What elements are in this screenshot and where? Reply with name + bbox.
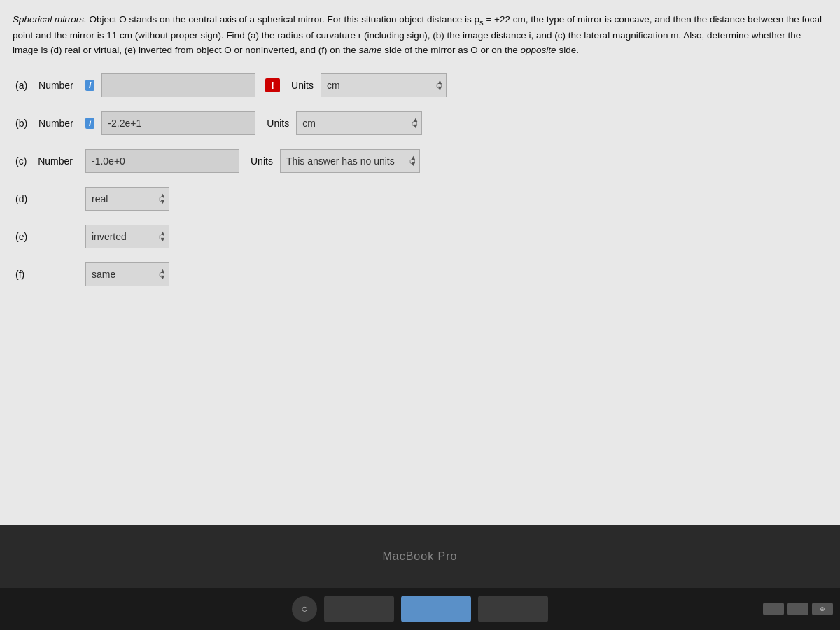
units-select-wrapper-a: cm m mm ▲▼ <box>321 74 447 97</box>
row-c-label: (c) Number <box>15 155 78 167</box>
info-badge-b[interactable]: i <box>85 118 94 129</box>
units-select-wrapper-c: This answer has no units cm m ▲▼ <box>280 149 420 173</box>
corner-badge-3: ⊕ <box>812 603 833 615</box>
taskbar-center: ○ <box>292 596 548 622</box>
search-icon[interactable]: ○ <box>292 596 317 622</box>
row-b: (b) Number i Units cm m mm ▲▼ <box>15 111 823 135</box>
row-a-label: (a) Number <box>15 80 78 91</box>
dropdown-e[interactable]: inverted noninverted <box>85 225 169 248</box>
corner-badge-2 <box>788 603 808 615</box>
dropdown-wrapper-d: real virtual ▲▼ <box>85 187 169 211</box>
part-c-word: Number <box>38 155 73 167</box>
row-e-label: (e) <box>15 231 78 242</box>
part-a-letter: (a) <box>15 80 27 91</box>
part-b-letter: (b) <box>15 118 27 129</box>
part-d-letter: (d) <box>15 193 27 204</box>
row-b-label: (b) Number <box>15 118 78 129</box>
row-d: (d) real virtual ▲▼ <box>15 187 823 211</box>
problem-text: Spherical mirrors. Object O stands on th… <box>13 13 823 58</box>
taskbar-item-3[interactable] <box>478 596 548 622</box>
info-badge-a[interactable]: i <box>85 80 94 91</box>
macbook-footer: MacBook Pro <box>0 525 840 588</box>
units-select-b[interactable]: cm m mm <box>296 111 422 135</box>
units-label-a: Units <box>291 80 314 91</box>
row-c: (c) Number Units This answer has no unit… <box>15 149 823 173</box>
alert-badge-a: ! <box>265 78 280 92</box>
units-select-a[interactable]: cm m mm <box>321 74 447 97</box>
taskbar: ○ ⊕ <box>0 588 840 630</box>
part-c-letter: (c) <box>15 155 27 167</box>
part-f-letter: (f) <box>15 269 24 280</box>
row-a: (a) Number i ! Units cm m mm ▲▼ <box>15 74 823 97</box>
dropdown-d[interactable]: real virtual <box>85 187 169 211</box>
taskbar-item-2[interactable] <box>401 596 471 622</box>
row-d-label: (d) <box>15 193 78 204</box>
units-select-wrapper-b: cm m mm ▲▼ <box>296 111 422 135</box>
dropdown-wrapper-e: inverted noninverted ▲▼ <box>85 225 169 248</box>
row-f-label: (f) <box>15 269 78 280</box>
macbook-label: MacBook Pro <box>382 550 457 563</box>
row-e: (e) inverted noninverted ▲▼ <box>15 225 823 248</box>
units-label-b: Units <box>267 118 289 129</box>
dropdown-wrapper-f: same opposite ▲▼ <box>85 262 169 286</box>
taskbar-item-1[interactable] <box>324 596 394 622</box>
part-a-word: Number <box>38 80 74 91</box>
number-input-c[interactable] <box>85 149 239 173</box>
number-input-b[interactable] <box>102 111 255 135</box>
rows-container: (a) Number i ! Units cm m mm ▲▼ (b) <box>13 74 823 286</box>
dropdown-f[interactable]: same opposite <box>85 262 169 286</box>
taskbar-corner: ⊕ <box>763 603 833 615</box>
units-label-c: Units <box>251 155 273 167</box>
number-input-a[interactable] <box>102 74 255 97</box>
corner-badge-1 <box>763 603 784 615</box>
units-select-c[interactable]: This answer has no units cm m <box>280 149 420 173</box>
main-content: Spherical mirrors. Object O stands on th… <box>0 0 840 525</box>
part-e-letter: (e) <box>15 231 27 242</box>
part-b-word: Number <box>38 118 74 129</box>
row-f: (f) same opposite ▲▼ <box>15 262 823 286</box>
